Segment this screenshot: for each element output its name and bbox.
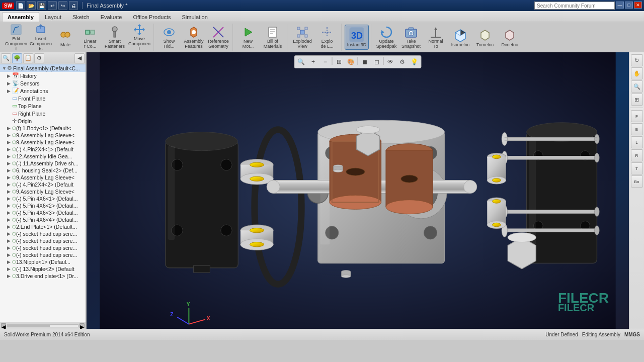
component-group: EditComponent InsertComponents Mate Line… bbox=[2, 24, 154, 51]
normal-to-btn[interactable]: NormalTo bbox=[424, 25, 448, 50]
smart-fasteners-btn[interactable]: SmartFasteners bbox=[103, 25, 127, 50]
save-btn[interactable]: 💾 bbox=[37, 1, 46, 10]
new-btn[interactable]: 📄 bbox=[16, 1, 25, 10]
take-snapshot-btn[interactable]: TakeSnapshot bbox=[399, 25, 423, 50]
redo-btn[interactable]: ↪ bbox=[58, 1, 67, 10]
wireframe-btn[interactable]: ◻ bbox=[371, 57, 382, 67]
rp-fit-btn[interactable]: ⊞ bbox=[631, 94, 643, 106]
print-btn[interactable]: 🖨 bbox=[69, 1, 78, 10]
lights-btn[interactable]: 💡 bbox=[409, 57, 420, 67]
rp-top-btn[interactable]: T bbox=[631, 162, 643, 174]
tree-lag-sleeve2-item[interactable]: ▶ ⬡ 9.Assembly Lag Sleeve< bbox=[0, 139, 86, 146]
tree-socket-screw1-item[interactable]: ▶ ⬡ (-) socket head cap scre... bbox=[0, 230, 86, 237]
hide-show-btn[interactable]: 👁 bbox=[385, 57, 396, 67]
rp-left-btn[interactable]: L bbox=[631, 136, 643, 148]
tab-evaluate[interactable]: Evaluate bbox=[95, 12, 128, 22]
tab-office-products[interactable]: Office Products bbox=[127, 12, 176, 22]
maximize-btn[interactable]: □ bbox=[625, 2, 633, 9]
tree-annotations-item[interactable]: ▶ 📝 Annotations bbox=[0, 87, 86, 95]
mate-btn[interactable]: Mate bbox=[53, 25, 77, 50]
insert-components-btn[interactable]: InsertComponents bbox=[29, 25, 53, 50]
view-settings-btn[interactable]: ⚙ bbox=[397, 57, 408, 67]
tree-top-plane-item[interactable]: ▭ Top Plane bbox=[0, 102, 86, 110]
ft-config-btn[interactable]: ⚙ bbox=[34, 53, 44, 63]
tab-simulation[interactable]: Simulation bbox=[176, 12, 213, 22]
zoom-to-fit-btn[interactable]: 🔍 bbox=[296, 57, 307, 67]
minimize-btn[interactable]: — bbox=[616, 2, 624, 9]
tree-socket-screw3-item[interactable]: ▶ ⬡ (-) socket head cap scre... bbox=[0, 244, 86, 251]
rp-back-btn[interactable]: B bbox=[631, 123, 643, 135]
ft-expand-collapse-btn[interactable]: ◀ bbox=[74, 53, 85, 63]
close-btn[interactable]: ✕ bbox=[634, 2, 642, 9]
shaded-btn[interactable]: ◼ bbox=[359, 57, 370, 67]
rp-front-btn[interactable]: F bbox=[631, 110, 643, 122]
tree-lag-sleeve1-item[interactable]: ▶ ⬡ 9.Assembly Lag Sleeve< bbox=[0, 132, 86, 139]
rp-rotate-btn[interactable]: ↻ bbox=[631, 54, 643, 66]
linear-component-btn[interactable]: Linearr Co... bbox=[78, 25, 102, 50]
tree-pin4x6-3-item[interactable]: ▶ ⬡ (-) 5.Pin 4X6<3> (Defaul... bbox=[0, 209, 86, 216]
rp-pan-btn[interactable]: ✋ bbox=[631, 67, 643, 79]
smart-fasteners-icon bbox=[107, 25, 123, 39]
tree-drive-end-plate-item[interactable]: ▶ ⬡ 3.Drive end plate<1> (Dr... bbox=[0, 273, 86, 280]
3d-viewport[interactable]: 🔍 + − ⊞ 🎨 ◼ ◻ 👁 ⚙ 💡 bbox=[87, 52, 629, 329]
tree-scrollbar-bottom[interactable]: ◀ ▶ bbox=[0, 322, 86, 329]
horizontal-scrollbar[interactable] bbox=[7, 324, 78, 327]
tree-pin4x6-2-item[interactable]: ▶ ⬡ (-) 5.Pin 4X6<2> (Defaul... bbox=[0, 202, 86, 209]
tree-nipple2-item[interactable]: ▶ ⬡ (-) 13.Nipple<2> (Default bbox=[0, 265, 86, 273]
show-hide-btn[interactable]: ShowHid... bbox=[157, 25, 181, 50]
assembly-features-btn[interactable]: AssemblyFeatures bbox=[182, 25, 206, 50]
tab-sketch[interactable]: Sketch bbox=[67, 12, 95, 22]
edit-component-btn[interactable]: EditComponent bbox=[4, 25, 28, 50]
rp-right-btn[interactable]: R bbox=[631, 149, 643, 161]
tree-root-item[interactable]: ▼ ⚙ Final Assembly (Default<C... bbox=[0, 64, 86, 72]
open-btn[interactable]: 📂 bbox=[27, 1, 36, 10]
tree-housing-seal2-item[interactable]: ▶ ⬡ 6. housing Seal<2> (Def... bbox=[0, 167, 86, 174]
rp-zoom-btn[interactable]: 🔍 bbox=[631, 80, 643, 93]
explode-line-btn[interactable]: Explode L... bbox=[315, 25, 339, 50]
tree-end-plate-item[interactable]: ▶ ⬡ 2.End Plate<1> (Default... bbox=[0, 223, 86, 230]
tree-socket-screw2-item[interactable]: ▶ ⬡ (-) socket head cap scre... bbox=[0, 237, 86, 244]
tree-lag-sleeve3-item[interactable]: ▶ ⬡ 9.Assembly Lag Sleeve< bbox=[0, 174, 86, 181]
tab-layout[interactable]: Layout bbox=[39, 12, 67, 22]
tree-history-item[interactable]: ▶ 📅 History bbox=[0, 72, 86, 79]
move-component-btn[interactable]: MoveComponent bbox=[127, 25, 151, 50]
community-search[interactable] bbox=[534, 2, 615, 10]
tree-idle-gear-item[interactable]: ▶ ⬡ 12.Assembly Idle Gea... bbox=[0, 153, 86, 160]
rp-bottom-btn[interactable]: Bo bbox=[631, 175, 643, 188]
svg-point-10 bbox=[192, 30, 196, 34]
tab-assembly[interactable]: Assembly bbox=[2, 12, 39, 22]
tree-body-item[interactable]: ▶ ⬡ (f) 1.Body<1> (Default< bbox=[0, 125, 86, 132]
tree-pin2-item[interactable]: ▶ ⬡ (-) 4.Pin2X4<2> (Default bbox=[0, 181, 86, 188]
exploded-view-btn[interactable]: ExplodedView bbox=[290, 25, 314, 50]
ft-property-btn[interactable]: 📋 bbox=[23, 53, 33, 63]
tree-pin4x6-1-item[interactable]: ▶ ⬡ (-) 5.Pin 4X6<1> (Defaul... bbox=[0, 195, 86, 202]
reference-geometry-btn[interactable]: ReferenceGeometry bbox=[206, 25, 230, 50]
tree-front-plane-item[interactable]: ▭ Front Plane bbox=[0, 95, 86, 102]
isometric-btn[interactable]: Isometric bbox=[448, 25, 472, 50]
dimetric-btn[interactable]: Dimetric bbox=[498, 25, 522, 50]
tree-right-plane-item[interactable]: ▭ Right Plane bbox=[0, 110, 86, 117]
tree-sensors-item[interactable]: ▶ 📡 Sensors bbox=[0, 79, 86, 87]
display-options-btn[interactable]: 🎨 bbox=[346, 57, 357, 67]
tree-socket-screw4-item[interactable]: ▶ ⬡ (-) socket head cap scre... bbox=[0, 251, 86, 258]
scroll-left-btn[interactable]: ◀ bbox=[1, 323, 6, 328]
scroll-right-btn[interactable]: ▶ bbox=[79, 323, 85, 328]
tree-drive-shaft-item[interactable]: ▶ ⬡ (-) 11.Assembly Drive sh... bbox=[0, 160, 86, 167]
tree-lag-sleeve4-item[interactable]: ▶ ⬡ 9.Assembly Lag Sleeve< bbox=[0, 188, 86, 195]
ft-filter-btn[interactable]: 🔍 bbox=[1, 53, 11, 63]
zoom-in-btn[interactable]: + bbox=[308, 57, 319, 67]
tree-origin-item[interactable]: ✛ Origin bbox=[0, 117, 86, 125]
update-speedpak-btn[interactable]: UpdateSpeedpak bbox=[374, 25, 398, 50]
instant3d-btn[interactable]: 3D Instant3D bbox=[345, 25, 369, 50]
tree-pin4x6-4-item[interactable]: ▶ ⬡ (-) 5.Pin 4X6<4> (Defaul... bbox=[0, 216, 86, 223]
zoom-out-btn[interactable]: − bbox=[320, 57, 331, 67]
bill-of-materials-btn[interactable]: Bill ofMaterials bbox=[261, 25, 285, 50]
trimetric-btn[interactable]: Trimetric bbox=[473, 25, 497, 50]
ribbon-tab-bar: Assembly Layout Sketch Evaluate Office P… bbox=[0, 11, 644, 22]
ft-tree-btn[interactable]: 🌳 bbox=[12, 53, 22, 63]
undo-btn[interactable]: ↩ bbox=[48, 1, 57, 10]
tree-pin1-item[interactable]: ▶ ⬡ (-) 4.Pin2X4<1> (Default bbox=[0, 146, 86, 153]
tree-nipple1-item[interactable]: ▶ ⬡ 13.Nipple<1> (Defaul... bbox=[0, 258, 86, 265]
selection-filter-btn[interactable]: ⊞ bbox=[334, 57, 345, 67]
new-motion-btn[interactable]: NewMot... bbox=[236, 25, 260, 50]
